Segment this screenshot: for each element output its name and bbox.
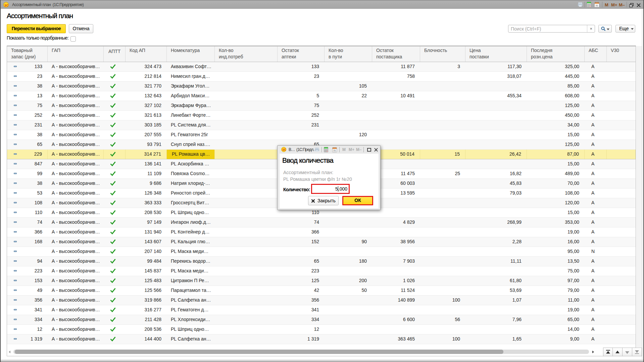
svg-text:31: 31: [595, 4, 598, 7]
svg-text:31: 31: [333, 149, 336, 152]
